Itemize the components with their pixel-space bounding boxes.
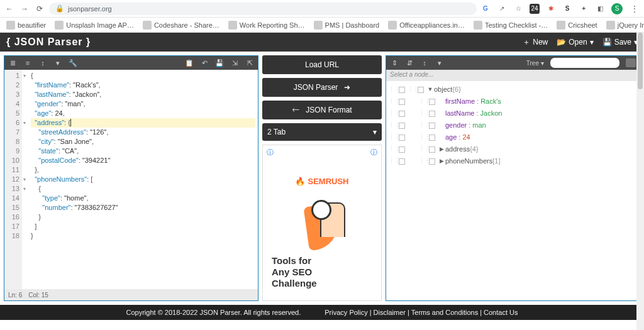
reload-button[interactable]: ⟳ [34, 3, 45, 14]
save-button[interactable]: 💾Save▾ [602, 37, 638, 48]
tree-checkbox[interactable] [399, 135, 405, 141]
json-parser-button[interactable]: JSON Parser➜ [262, 78, 382, 97]
import-icon[interactable]: ⇱ [245, 59, 254, 67]
bookmark-item[interactable]: Work Reporting Sh… [228, 21, 305, 30]
kebab-menu-icon[interactable]: ⋮ [629, 3, 640, 14]
drag-handle-icon[interactable]: ⋮⋮ [408, 84, 415, 96]
tree-checkbox[interactable] [399, 99, 405, 105]
forward-button[interactable]: → [19, 3, 30, 14]
tree-checkbox[interactable] [429, 123, 435, 129]
disk-icon[interactable]: 💾 [215, 59, 224, 67]
tree-checkbox[interactable] [399, 87, 405, 93]
repair-icon[interactable]: 🔧 [69, 59, 77, 67]
footer-link[interactable]: Contact Us [484, 309, 518, 316]
tree-row[interactable]: ⋮⋮⋮⋮▶ address {4} [386, 143, 640, 155]
view-mode-select[interactable]: Tree▾ [526, 60, 544, 67]
tree-checkbox[interactable] [399, 146, 405, 153]
bookmark-item[interactable]: PMS | Dashboard [314, 21, 380, 30]
tree-row[interactable]: ⋮⋮⋮⋮ gender:man [386, 119, 640, 131]
bookmark-item[interactable]: beautifier [6, 21, 46, 30]
filter-icon[interactable]: ▾ [53, 59, 62, 67]
tree-search-input[interactable] [550, 58, 619, 68]
expand-all-icon[interactable]: ⇕ [390, 59, 399, 67]
tree-checkbox[interactable] [429, 99, 435, 105]
drag-handle-icon[interactable]: ⋮⋮ [419, 119, 426, 131]
drag-handle-icon[interactable]: ⋮⋮ [389, 119, 396, 131]
code-editor[interactable]: 123456789101112131415161718 { "firstName… [4, 70, 258, 289]
copy-icon[interactable]: 📋 [185, 59, 194, 67]
compact-icon[interactable]: ≡ [23, 59, 32, 67]
bookmark-item[interactable]: Cricsheet [557, 21, 597, 30]
drag-handle-icon[interactable]: ⋮⋮ [389, 84, 396, 96]
format-icon[interactable]: ≣ [8, 59, 17, 67]
drag-handle-icon[interactable]: ⋮⋮ [389, 155, 396, 167]
filter-tree-icon[interactable]: ▾ [435, 59, 444, 67]
tree-row[interactable]: ⋮⋮⋮⋮ firstName:Rack's [386, 96, 640, 107]
footer-link[interactable]: Disclaimer [374, 309, 406, 316]
address-bar[interactable]: 🔒 jsonparser.org [49, 3, 477, 15]
tree-checkbox[interactable] [399, 158, 405, 165]
drag-handle-icon[interactable]: ⋮⋮ [419, 107, 426, 119]
puzzle-icon[interactable]: ✦ [579, 4, 589, 14]
ext-icon-1[interactable]: ✱ [546, 4, 556, 14]
footer-link[interactable]: Terms and Conditions [411, 309, 478, 316]
export-icon[interactable]: ⇲ [230, 59, 239, 67]
tree-checkbox[interactable] [399, 111, 405, 117]
bookmark-item[interactable]: jQuery Input Masks [606, 21, 644, 30]
tree-checkbox[interactable] [418, 87, 424, 93]
indent-select[interactable]: 2 Tab▾ [262, 123, 382, 141]
drag-handle-icon[interactable]: ⋮⋮ [389, 107, 396, 119]
ad-brand: 🔥SEMRUSH [272, 177, 372, 186]
ad-slot[interactable]: ⓘ ⓘ 🔥SEMRUSH Tools for Any SEO Challenge [262, 145, 382, 301]
drag-handle-icon[interactable]: ⋮⋮ [419, 96, 426, 107]
expand-collapse-toggle[interactable] [626, 58, 636, 67]
ext-badge-icon[interactable]: 24 [530, 4, 540, 14]
page-scrollbar[interactable] [636, 33, 644, 330]
json-tree[interactable]: ⋮⋮⋮⋮▼ object {6}⋮⋮⋮⋮ firstName:Rack's⋮⋮⋮… [386, 81, 640, 300]
tree-row[interactable]: ⋮⋮⋮⋮▼ object {6} [386, 84, 640, 96]
drag-handle-icon[interactable]: ⋮⋮ [389, 96, 396, 107]
bookmark-item[interactable]: Codeshare - Share… [143, 21, 219, 30]
sort-icon[interactable]: ↕ [38, 59, 47, 67]
node-path-select[interactable]: Select a node... [386, 70, 640, 81]
load-url-button[interactable]: Load URL [262, 55, 382, 74]
drag-handle-icon[interactable]: ⋮⋮ [389, 143, 396, 155]
ext-icon-s[interactable]: S [562, 4, 572, 14]
footer-link[interactable]: Privacy Policy [325, 309, 367, 316]
tree-twisty[interactable]: ▶ [438, 143, 445, 155]
copyright-text: Copyright © 2018-2022 JSON Parser. All r… [126, 309, 301, 316]
bookmark-item[interactable]: Officeappliances.in… [388, 21, 465, 30]
ad-info-right-icon[interactable]: ⓘ [370, 148, 377, 157]
tree-checkbox[interactable] [429, 135, 435, 141]
tree-row[interactable]: ⋮⋮⋮⋮ lastName:Jackon [386, 107, 640, 119]
open-button[interactable]: 📂Open▾ [557, 37, 593, 48]
sort-tree-icon[interactable]: ↕ [420, 59, 429, 67]
tree-twisty[interactable]: ▶ [438, 155, 445, 167]
tree-row[interactable]: ⋮⋮⋮⋮ age:24 [386, 131, 640, 143]
bookmark-item[interactable]: Unsplash Image AP… [55, 21, 134, 30]
tree-checkbox[interactable] [429, 111, 435, 117]
tree-twisty[interactable]: ▼ [426, 84, 434, 96]
new-button[interactable]: ＋New [523, 37, 548, 48]
caret-down-icon: ▾ [541, 60, 544, 67]
undo-icon[interactable]: ↶ [200, 59, 209, 67]
bookmark-item[interactable]: Testing Checklist -… [474, 21, 548, 30]
drag-handle-icon[interactable]: ⋮⋮ [419, 131, 426, 143]
share-icon[interactable]: ↗ [497, 4, 507, 14]
drag-handle-icon[interactable]: ⋮⋮ [419, 143, 426, 155]
tree-row[interactable]: ⋮⋮⋮⋮▶ phoneNumbers [1] [386, 155, 640, 167]
tree-checkbox[interactable] [429, 158, 435, 165]
back-button[interactable]: ← [4, 3, 15, 14]
collapse-icon[interactable]: ⇵ [405, 59, 414, 67]
json-format-button[interactable]: 🡐JSON Format [262, 101, 382, 119]
google-icon[interactable]: G [480, 4, 491, 14]
panel-icon[interactable]: ◧ [595, 4, 605, 14]
tree-checkbox[interactable] [429, 146, 435, 153]
tree-checkbox[interactable] [399, 123, 405, 129]
drag-handle-icon[interactable]: ⋮⋮ [419, 155, 426, 167]
drag-handle-icon[interactable]: ⋮⋮ [389, 131, 396, 143]
star-icon[interactable]: ☆ [513, 4, 523, 14]
profile-avatar[interactable]: S [611, 3, 623, 14]
bookmark-label: Work Reporting Sh… [240, 21, 305, 29]
ad-info-left-icon[interactable]: ⓘ [267, 148, 274, 157]
